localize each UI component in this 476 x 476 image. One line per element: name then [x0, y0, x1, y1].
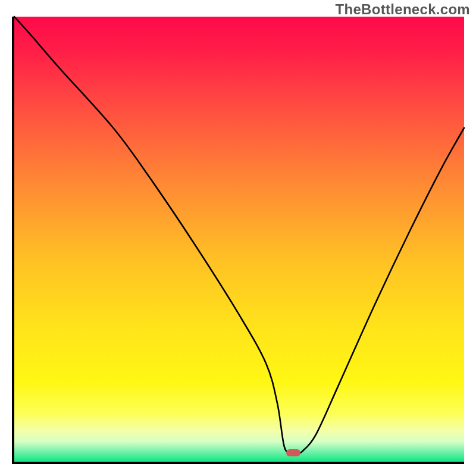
- optimal-point-marker: [286, 449, 300, 456]
- watermark-text: TheBottleneck.com: [336, 1, 470, 18]
- plot-area: [12, 17, 464, 464]
- bottleneck-curve: [14, 17, 464, 462]
- chart-frame: TheBottleneck.com: [0, 0, 476, 476]
